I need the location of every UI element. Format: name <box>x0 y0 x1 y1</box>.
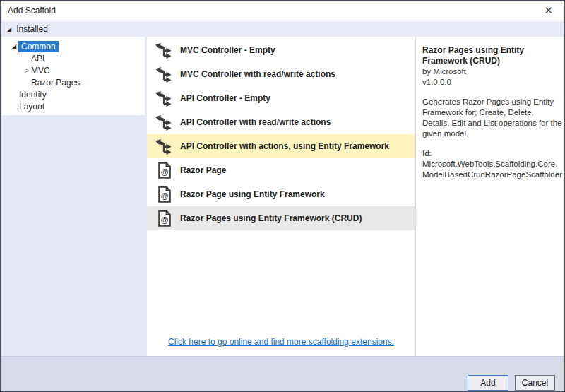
details-version: v1.0.0.0 <box>422 77 560 88</box>
title-bar: Add Scaffold ✕ <box>1 1 564 20</box>
list-item-razor-pages-ef-crud[interactable]: Razor Pages using Entity Framework (CRUD… <box>147 206 415 230</box>
tree-item-label: Identity <box>19 90 47 100</box>
installed-section-header[interactable]: ◢ Installed <box>1 21 564 37</box>
controller-icon <box>155 41 173 59</box>
list-item-label: Razor Pages using Entity Framework (CRUD… <box>180 213 362 223</box>
details-id: Id: Microsoft.WebTools.Scaffolding.Core.… <box>422 148 562 180</box>
footer-bar: Add Cancel <box>1 356 564 392</box>
razor-page-icon <box>155 209 173 227</box>
close-icon[interactable]: ✕ <box>540 4 557 17</box>
list-item-mvc-controller-rw[interactable]: MVC Controller with read/write actions <box>147 62 415 86</box>
list-item-api-controller-empty[interactable]: API Controller - Empty <box>147 86 415 110</box>
list-item-razor-page[interactable]: Razor Page <box>147 158 415 182</box>
tree-item-identity[interactable]: Identity <box>1 88 145 100</box>
scaffold-list-panel: MVC Controller - Empty MVC Controller wi… <box>147 37 415 356</box>
add-scaffold-dialog: Add Scaffold ✕ ◢ Installed ◢ Common API … <box>0 0 565 392</box>
details-author: by Microsoft <box>422 66 560 77</box>
list-item-api-controller-ef[interactable]: API Controller with actions, using Entit… <box>147 134 415 158</box>
list-item-label: API Controller with actions, using Entit… <box>180 141 389 151</box>
controller-icon <box>155 137 173 155</box>
tree-item-label: Razor Pages <box>31 78 80 88</box>
list-item-label: Razor Page <box>180 165 226 175</box>
list-item-api-controller-rw[interactable]: API Controller with read/write actions <box>147 110 415 134</box>
list-item-mvc-controller-empty[interactable]: MVC Controller - Empty <box>147 38 415 62</box>
expanded-icon: ◢ <box>10 43 18 49</box>
tree-item-label: Layout <box>19 102 44 112</box>
collapsed-icon: ▷ <box>23 67 31 73</box>
list-item-label: Razor Page using Entity Framework <box>180 189 325 199</box>
tree-item-layout[interactable]: Layout <box>1 100 145 112</box>
list-item-label: API Controller - Empty <box>180 93 270 103</box>
details-panel: Razor Pages using Entity Framework (CRUD… <box>416 37 565 356</box>
details-description: Generates Razor Pages using Entity Frame… <box>422 97 562 139</box>
scaffold-list: MVC Controller - Empty MVC Controller wi… <box>147 37 415 230</box>
category-tree: ◢ Common API ▷ MVC Razor Pages Identity … <box>1 37 145 115</box>
tree-item-mvc[interactable]: ▷ MVC <box>1 64 145 76</box>
tree-item-label: MVC <box>31 66 50 76</box>
category-column: ◢ Common API ▷ MVC Razor Pages Identity … <box>1 37 147 356</box>
list-item-label: MVC Controller with read/write actions <box>180 69 335 79</box>
tree-item-razor-pages[interactable]: Razor Pages <box>1 76 145 88</box>
razor-page-icon <box>155 161 173 179</box>
razor-page-icon <box>155 185 173 203</box>
tree-item-common[interactable]: ◢ Common <box>1 40 145 52</box>
tree-item-label: API <box>31 54 44 64</box>
list-item-razor-page-ef[interactable]: Razor Page using Entity Framework <box>147 182 415 206</box>
online-extensions-link[interactable]: Click here to go online and find more sc… <box>168 337 394 347</box>
tree-item-api[interactable]: API <box>1 52 145 64</box>
dialog-title: Add Scaffold <box>8 6 56 16</box>
controller-icon <box>155 65 173 83</box>
list-item-label: MVC Controller - Empty <box>180 45 275 55</box>
tree-item-label: Common <box>18 41 59 52</box>
online-extensions-link-row: Click here to go online and find more sc… <box>147 335 415 348</box>
installed-label: Installed <box>16 24 48 34</box>
controller-icon <box>155 113 173 131</box>
expander-icon: ◢ <box>7 26 11 32</box>
controller-icon <box>155 89 173 107</box>
cancel-button[interactable]: Cancel <box>515 375 555 391</box>
details-title: Razor Pages using Entity Framework (CRUD… <box>422 45 562 66</box>
add-button[interactable]: Add <box>468 375 509 391</box>
list-item-label: API Controller with read/write actions <box>180 117 331 127</box>
